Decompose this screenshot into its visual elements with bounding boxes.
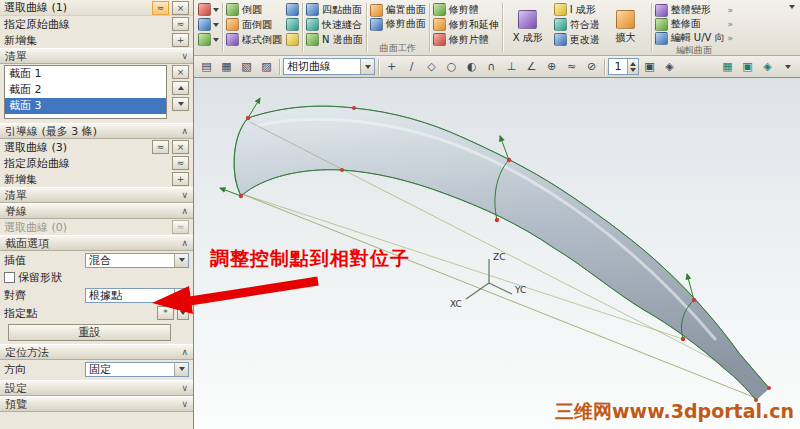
ribbon-button-face-blend[interactable]: 面倒圓 [224, 17, 284, 32]
selection-filter-icon[interactable]: ▤ [197, 58, 216, 76]
dropdown-arrow-icon[interactable] [174, 289, 188, 302]
origin-curve-2-icon[interactable]: ≈ [172, 156, 189, 170]
mini-button-3[interactable] [284, 32, 301, 47]
quadrant-snap-icon[interactable]: ◐ [462, 58, 481, 76]
spinner-up-icon[interactable] [630, 62, 636, 66]
strip-button-2[interactable] [196, 17, 221, 32]
list-item-section-2[interactable]: 截面 2 [5, 82, 166, 98]
ribbon-button-global-shaping[interactable]: 整體變形» [653, 3, 735, 17]
spine-curve-collector-icon[interactable]: ≈ [172, 220, 189, 234]
section-options-header[interactable]: 截面選項 ∧ [0, 235, 193, 251]
selection-count-spinner[interactable]: 1 [608, 58, 639, 75]
origin-curve-icon[interactable]: ≈ [172, 17, 189, 31]
ribbon-button-trim-surface[interactable]: 修剪曲面 [368, 17, 428, 31]
preserve-shape-row[interactable]: 保留形狀 [0, 269, 193, 286]
curve-collector-icon[interactable]: ≈ [152, 1, 169, 15]
point-options-dropdown-icon[interactable] [177, 306, 189, 320]
ribbon-button-match-edge[interactable]: 符合邊 [552, 17, 602, 32]
alignment-select[interactable]: 根據點 [85, 288, 189, 303]
perpendicular-snap-icon[interactable]: ⊥ [502, 58, 521, 76]
angle-snap-icon[interactable]: ∠ [522, 58, 541, 76]
ribbon-button-offset-surface[interactable]: 偏置曲面 [368, 3, 428, 17]
list-header-2[interactable]: 清單 ∨ [0, 187, 193, 203]
dropdown-arrow-icon[interactable] [213, 8, 219, 12]
more-icon[interactable]: » [728, 5, 734, 15]
ribbon-button-edit-uv[interactable]: 編輯 U/V 向» [653, 31, 735, 45]
settings-header[interactable]: 設定 ∨ [0, 380, 193, 396]
mini-button-1[interactable] [284, 2, 301, 17]
ribbon-button-styled-blend[interactable]: 樣式倒圓 [224, 32, 284, 47]
snapshot-icon[interactable]: ▣ [738, 58, 757, 76]
ribbon-button-change-edge[interactable]: 更改邊 [552, 32, 602, 47]
preserve-shape-checkbox[interactable] [4, 272, 15, 283]
dropdown-arrow-icon[interactable] [174, 254, 188, 267]
endpoint-snap-icon[interactable]: / [402, 58, 421, 76]
general-selection-icon[interactable]: ▦ [217, 58, 236, 76]
select-curve-row-3[interactable]: 選取曲線 (3) ≈ × [0, 139, 193, 155]
disable-snap-icon[interactable]: ⊘ [582, 58, 601, 76]
ribbon-button-n-sided-surface[interactable]: N 邊曲面 [304, 32, 365, 47]
highlight-icon[interactable]: ▧ [237, 58, 256, 76]
graphics-window[interactable]: ZC XC YC 調整控制點到相對位子 三维网www.3dportal.cn [194, 78, 800, 429]
positioning-method-header[interactable]: 定位方法 ∧ [0, 344, 193, 360]
vector-tool-icon[interactable]: ◈ [660, 58, 679, 76]
curve-snap-icon[interactable]: ≈ [562, 58, 581, 76]
select-curve-row-0[interactable]: 選取曲線 (0) ≈ [0, 219, 193, 235]
list-item-section-1[interactable]: 截面 1 [5, 66, 166, 82]
interpolation-select[interactable]: 混合 [85, 253, 189, 268]
more-icon[interactable]: » [728, 33, 734, 43]
specify-origin-curve-row-1[interactable]: 指定原始曲線 ≈ [0, 16, 193, 32]
specify-origin-curve-row-2[interactable]: 指定原始曲線 ≈ [0, 155, 193, 171]
ribbon-button-x-form[interactable]: X 成形 [504, 1, 552, 54]
mini-button-2[interactable] [284, 17, 301, 32]
point-constructor-icon[interactable]: * [157, 306, 174, 320]
direction-select[interactable]: 固定 [85, 362, 189, 377]
point-snap-icon[interactable]: + [382, 58, 401, 76]
dropdown-arrow-icon[interactable] [213, 23, 219, 27]
intersection-snap-icon[interactable]: ⊕ [542, 58, 561, 76]
midpoint-snap-icon[interactable]: ◇ [422, 58, 441, 76]
strip-button-3[interactable] [196, 32, 221, 47]
ribbon-button-trim-and-extend[interactable]: 修剪和延伸 [431, 17, 501, 32]
dropdown-arrow-icon[interactable] [174, 363, 188, 376]
toolbar-options-icon[interactable] [785, 1, 798, 54]
plane-tool-icon[interactable]: ▣ [640, 58, 659, 76]
move-down-icon[interactable] [172, 97, 189, 111]
arc-snap-icon[interactable]: ∩ [482, 58, 501, 76]
remove-item-icon[interactable]: × [172, 65, 189, 79]
center-snap-icon[interactable]: ○ [442, 58, 461, 76]
guide-curve-collector-icon[interactable]: ≈ [152, 140, 169, 154]
move-up-icon[interactable] [172, 81, 189, 95]
section-listbox[interactable]: 截面 1 截面 2 截面 3 [4, 65, 167, 119]
list-header-1[interactable]: 清單 ∨ [0, 48, 193, 64]
fit-view-icon[interactable]: ◈ [758, 58, 777, 76]
spine-header[interactable]: 脊線 ∧ [0, 203, 193, 219]
ribbon-button-four-point-surface[interactable]: 四點曲面 [304, 2, 365, 17]
preview-header[interactable]: 預覽 ∨ [0, 396, 193, 412]
curve-rule-select[interactable]: 相切曲線 [283, 58, 375, 75]
dropdown-arrow-icon[interactable] [360, 59, 374, 74]
spinner-down-icon[interactable] [630, 68, 636, 72]
reset-button[interactable]: 重設 [8, 324, 171, 341]
display-mode-icon[interactable]: ▦ [718, 58, 737, 76]
scope-icon[interactable]: ▨ [257, 58, 276, 76]
list-item-section-3[interactable]: 截面 3 [5, 98, 166, 114]
ribbon-button-trim-sheet[interactable]: 修剪片體 [431, 32, 501, 47]
strip-button-1[interactable] [196, 2, 221, 17]
ribbon-button-i-form[interactable]: I 成形 [552, 2, 602, 17]
ribbon-button-enlarge[interactable]: 擴大 [602, 1, 650, 54]
add-set-2-icon[interactable]: + [172, 172, 189, 186]
add-new-set-row-2[interactable]: 新增集 + [0, 171, 193, 187]
ribbon-button-fillet[interactable]: 倒圓 [224, 2, 284, 17]
more-icon[interactable]: » [728, 19, 734, 29]
more-tools-icon[interactable] [778, 58, 797, 76]
select-curve-row-1[interactable]: 選取曲線 (1) ≈ × [0, 0, 193, 16]
ribbon-button-trim-body[interactable]: 修剪體 [431, 2, 501, 17]
add-new-set-row-1[interactable]: 新增集 + [0, 32, 193, 48]
ribbon-button-refit-face[interactable]: 整修面» [653, 17, 735, 31]
dropdown-arrow-icon[interactable] [213, 38, 219, 42]
guide-lines-header[interactable]: 引導線 (最多 3 條) ∧ [0, 123, 193, 139]
add-set-icon[interactable]: + [172, 33, 189, 47]
ribbon-button-quick-sew[interactable]: 快速縫合 [304, 17, 365, 32]
clear-guide-selection-icon[interactable]: × [172, 140, 189, 154]
